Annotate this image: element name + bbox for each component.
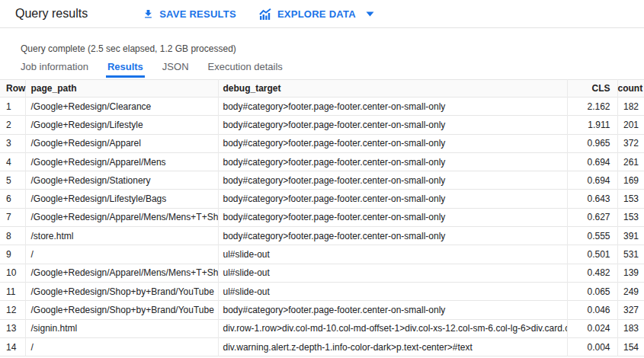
table-row: 1/Google+Redesign/Clearancebody#category…	[0, 97, 644, 116]
cell-row: 7	[0, 208, 25, 226]
cell-count: 531	[617, 245, 644, 264]
cell-debug_target: body#category>footer.page-footer.center-…	[218, 97, 567, 116]
table-row: 5/Google+Redesign/Stationerybody#categor…	[0, 171, 644, 190]
page-title: Query results	[15, 7, 88, 21]
cell-page_path: /Google+Redesign/Clearance	[25, 97, 218, 116]
table-row: 10/Google+Redesign/Apparel/Mens/Mens+T+S…	[0, 264, 644, 282]
caret-down-icon	[366, 11, 374, 17]
explore-data-label: EXPLORE DATA	[277, 8, 356, 20]
cell-count: 249	[617, 282, 644, 300]
cell-count: 169	[617, 171, 644, 190]
cell-cls: 0.694	[567, 171, 617, 190]
cell-row: 2	[0, 116, 25, 134]
cell-debug_target: div.row-1.row>div.col-md-10.col-md-offse…	[218, 319, 567, 337]
table-row: 3/Google+Redesign/Apparelbody#category>f…	[0, 134, 644, 152]
cell-row: 14	[0, 337, 25, 356]
table-row: 8/store.htmlbody#category>footer.page-fo…	[0, 227, 644, 245]
table-row: 9/ul#slide-out0.501531	[0, 245, 644, 264]
cell-row: 11	[0, 282, 25, 300]
cell-cls: 0.065	[567, 282, 617, 300]
column-header-cls: CLS	[567, 80, 617, 97]
cell-cls: 0.643	[567, 190, 617, 208]
cell-row: 3	[0, 134, 25, 152]
cell-count: 391	[617, 227, 644, 245]
table-header-row: Rowpage_pathdebug_targetCLScount	[0, 80, 644, 97]
cell-row: 9	[0, 245, 25, 264]
cell-debug_target: ul#slide-out	[218, 245, 567, 264]
tabs: Job informationResultsJSONExecution deta…	[19, 61, 644, 78]
cell-debug_target: body#category>footer.page-footer.center-…	[218, 116, 567, 134]
table-row: 7/Google+Redesign/Apparel/Mens/Mens+T+Sh…	[0, 208, 644, 226]
cell-count: 182	[617, 97, 644, 116]
cell-count: 139	[617, 264, 644, 282]
download-icon	[143, 8, 154, 20]
cell-page_path: /store.html	[25, 227, 218, 245]
table-row: 2/Google+Redesign/Lifestylebody#category…	[0, 116, 644, 134]
cell-debug_target: body#category>footer.page-footer.center-…	[218, 227, 567, 245]
cell-debug_target: ul#slide-out	[218, 282, 567, 300]
table-row: 12/Google+Redesign/Shop+by+Brand/YouTube…	[0, 301, 644, 319]
cell-cls: 0.004	[567, 337, 617, 356]
cell-row: 1	[0, 97, 25, 116]
cell-page_path: /	[25, 337, 218, 356]
cell-row: 6	[0, 190, 25, 208]
cell-page_path: /Google+Redesign/Lifestyle/Bags	[25, 190, 218, 208]
cell-page_path: /	[25, 245, 218, 264]
cell-page_path: /Google+Redesign/Apparel/Mens	[25, 152, 218, 171]
cell-count: 153	[617, 190, 644, 208]
explore-data-button[interactable]: EXPLORE DATA	[259, 8, 374, 20]
cell-debug_target: body#category>footer.page-footer.center-…	[218, 171, 567, 190]
table-row: 13/signin.htmldiv.row-1.row>div.col-md-1…	[0, 319, 644, 337]
cell-debug_target: ul#slide-out	[218, 264, 567, 282]
tab-execution-details[interactable]: Execution details	[207, 61, 284, 78]
cell-cls: 0.694	[567, 152, 617, 171]
topbar: Query results SAVE RESULTS EXPLORE DATA	[0, 0, 644, 28]
cell-page_path: /Google+Redesign/Apparel	[25, 134, 218, 152]
chart-icon	[259, 8, 272, 20]
tab-job-information[interactable]: Job information	[19, 61, 90, 78]
cell-cls: 2.162	[567, 97, 617, 116]
cell-debug_target: body#category>footer.page-footer.center-…	[218, 301, 567, 319]
cell-debug_target: body#category>footer.page-footer.center-…	[218, 208, 567, 226]
cell-cls: 0.501	[567, 245, 617, 264]
save-results-button[interactable]: SAVE RESULTS	[143, 8, 236, 20]
cell-cls: 0.555	[567, 227, 617, 245]
cell-row: 4	[0, 152, 25, 171]
cell-page_path: /Google+Redesign/Apparel/Mens/Mens+T+Shi…	[25, 264, 218, 282]
cell-row: 5	[0, 171, 25, 190]
cell-page_path: /Google+Redesign/Shop+by+Brand/YouTube	[25, 282, 218, 300]
cell-page_path: /Google+Redesign/Stationery	[25, 171, 218, 190]
cell-cls: 0.482	[567, 264, 617, 282]
cell-count: 327	[617, 301, 644, 319]
cell-row: 10	[0, 264, 25, 282]
cell-cls: 1.911	[567, 116, 617, 134]
cell-count: 183	[617, 319, 644, 337]
cell-row: 8	[0, 227, 25, 245]
cell-debug_target: body#category>footer.page-footer.center-…	[218, 152, 567, 171]
cell-cls: 0.046	[567, 301, 617, 319]
cell-debug_target: div.warning.alert.z-depth-1.info-color-d…	[218, 337, 567, 356]
results-table: Rowpage_pathdebug_targetCLScount 1/Googl…	[0, 79, 644, 356]
cell-page_path: /Google+Redesign/Shop+by+Brand/YouTube	[25, 301, 218, 319]
table-row: 11/Google+Redesign/Shop+by+Brand/YouTube…	[0, 282, 644, 300]
cell-page_path: /Google+Redesign/Lifestyle	[25, 116, 218, 134]
tab-results[interactable]: Results	[106, 61, 145, 78]
cell-page_path: /Google+Redesign/Apparel/Mens/Mens+T+Shi…	[25, 208, 218, 226]
cell-cls: 0.024	[567, 319, 617, 337]
table-row: 14/div.warning.alert.z-depth-1.info-colo…	[0, 337, 644, 356]
cell-count: 261	[617, 152, 644, 171]
cell-row: 13	[0, 319, 25, 337]
cell-page_path: /signin.html	[25, 319, 218, 337]
column-header-row: Row	[0, 80, 25, 97]
cell-cls: 0.965	[567, 134, 617, 152]
column-header-page_path: page_path	[25, 80, 218, 97]
save-results-label: SAVE RESULTS	[159, 8, 236, 20]
cell-count: 154	[617, 337, 644, 356]
cell-row: 12	[0, 301, 25, 319]
cell-debug_target: body#category>footer.page-footer.center-…	[218, 134, 567, 152]
tab-json[interactable]: JSON	[161, 61, 191, 78]
table-row: 4/Google+Redesign/Apparel/Mensbody#categ…	[0, 152, 644, 171]
cell-debug_target: body#category>footer.page-footer.center-…	[218, 190, 567, 208]
table-body: 1/Google+Redesign/Clearancebody#category…	[0, 97, 644, 356]
cell-count: 201	[617, 116, 644, 134]
